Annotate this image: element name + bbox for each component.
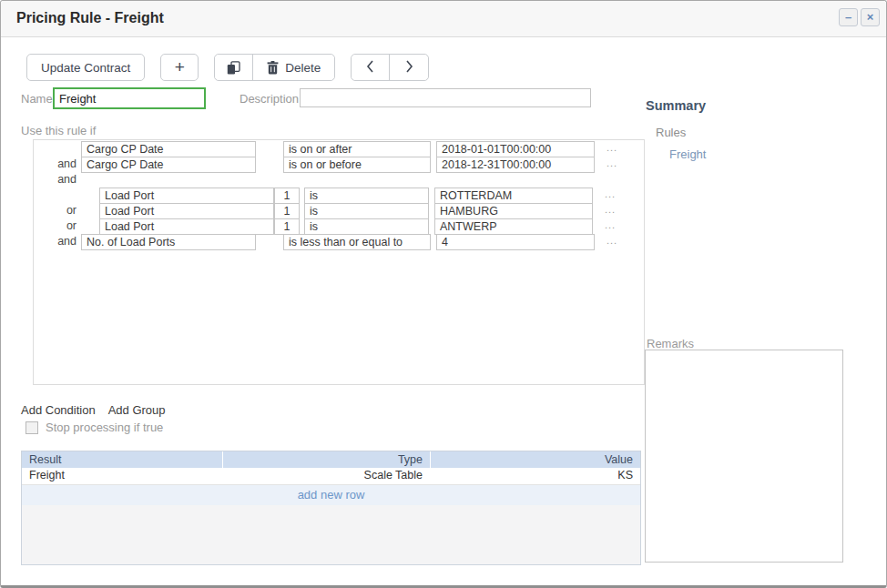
result-cell: Freight	[22, 468, 222, 484]
delete-button[interactable]: Delete	[253, 55, 334, 80]
stop-processing-row: Stop processing if true	[25, 421, 163, 434]
summary-rules-label: Rules	[656, 126, 686, 139]
condition-connector-label: and	[34, 172, 79, 188]
condition-links: Add Condition Add Group	[21, 403, 166, 417]
titlebar: Pricing Rule - Freight – ×	[1, 1, 886, 37]
results-table: Result Type Value Freight Scale Table KS…	[21, 451, 641, 565]
condition-value[interactable]: 2018-12-31T00:00:00	[436, 157, 595, 173]
condition-connector-label: and	[34, 234, 79, 250]
condition-field[interactable]: Load Port	[99, 188, 274, 204]
condition-operator[interactable]: is	[304, 203, 429, 219]
trash-icon	[267, 61, 279, 75]
condition-more-button[interactable]: ...	[605, 218, 616, 235]
copy-icon	[227, 61, 240, 75]
condition-connector-label: or	[34, 218, 79, 235]
summary-rule-link-freight[interactable]: Freight	[669, 147, 706, 161]
condition-operator[interactable]: is	[304, 188, 429, 204]
name-label: Name	[21, 92, 53, 106]
navigation-group	[351, 54, 429, 81]
minimize-button[interactable]: –	[839, 8, 858, 26]
next-rule-button[interactable]	[390, 55, 428, 80]
condition-operator[interactable]: is on or before	[283, 157, 431, 173]
stop-processing-label: Stop processing if true	[46, 421, 163, 434]
add-condition-link[interactable]: Add Condition	[21, 403, 96, 417]
condition-more-button[interactable]: ...	[605, 188, 616, 204]
condition-more-button[interactable]: ...	[607, 157, 617, 173]
pricing-rule-window: Pricing Rule - Freight – × Update Contra…	[0, 0, 887, 588]
condition-row: or Load Port 1 is ANTWERP ...	[34, 218, 644, 235]
condition-row: Load Port 1 is ROTTERDAM ...	[34, 188, 644, 204]
condition-row: and	[34, 172, 644, 188]
condition-more-button[interactable]: ...	[605, 203, 616, 219]
summary-heading: Summary	[646, 98, 706, 113]
condition-operator[interactable]: is	[304, 218, 429, 235]
condition-connector-label: or	[34, 203, 79, 219]
condition-row: and Cargo CP Date is on or before 2018-1…	[34, 157, 644, 173]
type-cell: Scale Table	[222, 468, 430, 484]
condition-more-button[interactable]: ...	[607, 141, 617, 157]
plus-icon: +	[175, 57, 185, 77]
condition-value[interactable]: HAMBURG	[434, 203, 593, 219]
close-button[interactable]: ×	[861, 8, 880, 26]
chevron-left-icon	[366, 59, 374, 76]
condition-connector-label	[34, 141, 79, 157]
condition-field[interactable]: Cargo CP Date	[81, 157, 256, 173]
description-label: Description	[240, 92, 299, 106]
column-header-value: Value	[430, 451, 640, 468]
description-input[interactable]	[300, 88, 591, 107]
condition-index[interactable]: 1	[274, 218, 300, 235]
previous-rule-button[interactable]	[352, 55, 390, 80]
condition-field[interactable]: Load Port	[99, 203, 274, 219]
update-contract-button[interactable]: Update Contract	[26, 54, 145, 81]
window-title: Pricing Rule - Freight	[16, 10, 164, 26]
copy-button[interactable]	[215, 55, 253, 80]
window-controls: – ×	[839, 8, 880, 26]
condition-operator[interactable]: is on or after	[283, 141, 431, 157]
toolbar: Update Contract + Delete	[26, 54, 429, 81]
column-header-result: Result	[22, 451, 222, 468]
condition-field[interactable]: Load Port	[99, 218, 274, 235]
condition-index[interactable]: 1	[274, 203, 300, 219]
condition-row: Cargo CP Date is on or after 2018-01-01T…	[34, 141, 644, 157]
condition-index[interactable]: 1	[274, 188, 300, 204]
condition-value[interactable]: ROTTERDAM	[434, 188, 593, 204]
delete-button-label: Delete	[285, 61, 321, 75]
add-rule-button[interactable]: +	[160, 54, 199, 81]
condition-row: and No. of Load Ports is less than or eq…	[34, 234, 644, 250]
condition-value[interactable]: ANTWERP	[434, 218, 593, 235]
condition-connector-label	[34, 188, 79, 204]
value-cell: KS	[430, 468, 640, 484]
condition-operator[interactable]: is less than or equal to	[283, 234, 431, 250]
close-icon: ×	[867, 10, 874, 24]
remarks-label: Remarks	[647, 337, 694, 350]
stop-processing-checkbox[interactable]	[25, 421, 38, 434]
condition-value[interactable]: 4	[436, 234, 595, 250]
chevron-right-icon	[405, 59, 413, 76]
condition-row: or Load Port 1 is HAMBURG ...	[34, 203, 644, 219]
minimize-icon: –	[845, 10, 851, 24]
table-row[interactable]: Freight Scale Table KS	[22, 468, 640, 485]
use-this-rule-if-label: Use this rule if	[21, 124, 96, 137]
add-group-link[interactable]: Add Group	[108, 403, 166, 417]
results-table-header: Result Type Value	[22, 451, 640, 468]
column-header-type: Type	[222, 451, 430, 468]
conditions-panel: Cargo CP Date is on or after 2018-01-01T…	[33, 139, 645, 385]
condition-value[interactable]: 2018-01-01T00:00:00	[436, 141, 595, 157]
condition-field[interactable]: Cargo CP Date	[81, 141, 256, 157]
name-input[interactable]	[53, 87, 206, 109]
condition-more-button[interactable]: ...	[607, 234, 617, 250]
remarks-textarea[interactable]	[645, 350, 843, 563]
condition-connector-label: and	[34, 157, 79, 173]
condition-field[interactable]: No. of Load Ports	[81, 234, 256, 250]
add-new-row-link[interactable]: add new row	[22, 485, 640, 505]
copy-delete-group: Delete	[214, 54, 335, 81]
